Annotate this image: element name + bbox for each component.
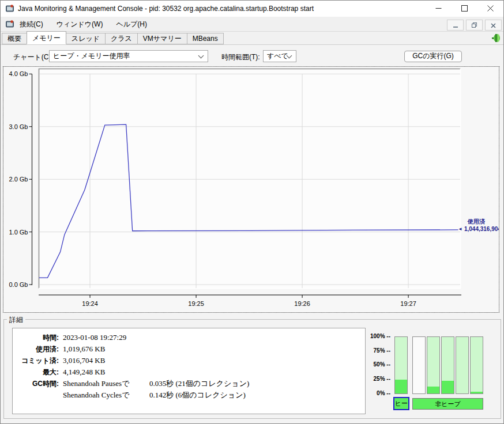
heap-button[interactable]: ヒープ [393,397,409,410]
title-bar: Java Monitoring & Management Console - p… [1,1,503,17]
time-range-value: すべて [267,51,288,61]
pool-axis-75: 75% -- [364,347,390,354]
pool-axis-100: 100% -- [364,333,390,339]
detail-row-committed: コミット済: 3,016,704 KB [13,355,365,366]
close-button[interactable] [477,1,503,17]
minimize-icon [435,3,442,14]
pool-fill [395,380,407,393]
java-frame-icon [5,20,14,29]
tab-threads[interactable]: スレッド [66,33,106,44]
chart-select[interactable]: ヒープ・メモリー使用率 [49,50,208,62]
frame-close-icon [491,20,496,31]
svg-text:19:26: 19:26 [294,300,310,307]
tab-memory[interactable]: メモリー [27,31,66,44]
details-legend: 詳細 [7,315,25,325]
svg-text:2.0 Gb: 2.0 Gb [9,176,28,183]
time-range-select[interactable]: すべて [263,50,296,62]
series-annotation-label: 使用済 [458,218,499,225]
window-controls [426,1,503,17]
nonheap-button[interactable]: 非ヒープ [412,398,483,410]
svg-text:19:25: 19:25 [188,300,204,307]
perform-gc-button[interactable]: GCの実行(G) [404,51,462,62]
detail-row-time: 時間: 2023-01-08 19:27:29 [13,332,365,343]
menu-help[interactable]: ヘルプ(H) [114,18,149,31]
time-range-label: 時間範囲(T): [221,52,260,62]
nonheap-pool-bar [427,336,440,394]
details-panel: 時間: 2023-01-08 19:27:29 使用済: 1,019,676 K… [12,328,366,414]
tab-classes[interactable]: クラス [105,33,138,44]
menu-items: 接続(C) ウィンドウ(W) ヘルプ(H) [18,17,149,32]
nonheap-pool-bar [470,336,483,394]
pool-axis-25: 25% -- [364,376,390,382]
series-annotation-value: 1,044,316,904 [464,226,499,232]
maximize-button[interactable] [452,1,477,17]
svg-text:19:27: 19:27 [400,300,416,307]
jconsole-window: Java Monitoring & Management Console - p… [0,0,504,424]
frame-restore-icon [471,20,477,31]
internal-frame-controls [447,20,502,31]
pool-fill [442,381,454,393]
tab-vm-summary[interactable]: VMサマリー [137,33,187,44]
window-title: Java Monitoring & Management Console - p… [18,5,314,13]
detail-row-gc-cycles: Shenandoah Cyclesで 0.142秒 (6個のコレクション) [13,389,365,401]
svg-text:1.0 Gb: 1.0 Gb [9,229,28,236]
memory-usage-line-chart: 0.0 Gb1.0 Gb2.0 Gb3.0 Gb4.0 Gb19:2419:25… [3,67,499,312]
detail-row-max: 最大: 4,149,248 KB [13,366,365,378]
tab-bar: 概要 メモリー スレッド クラス VMサマリー MBeans [1,32,503,45]
pool-fill [427,387,439,393]
frame-minimize-icon [453,20,458,31]
svg-text:3.0 Gb: 3.0 Gb [9,123,28,130]
svg-text:19:24: 19:24 [82,300,98,307]
chevron-down-icon [198,53,204,59]
svg-text:0.0 Gb: 0.0 Gb [9,281,28,288]
minimize-button[interactable] [426,1,452,17]
chart-select-label: チャート(C): [13,52,53,62]
frame-restore-button[interactable] [466,20,483,31]
series-annotation: 使用済 ◄1,044,316,904 [458,218,499,233]
frame-minimize-button[interactable] [447,20,464,31]
maximize-icon [461,3,468,14]
menu-window[interactable]: ウィンドウ(W) [55,18,105,31]
connection-plug-icon [491,33,501,43]
menu-connection[interactable]: 接続(C) [18,18,45,31]
detail-row-gc-pauses: GC時間: Shenandoah Pausesで 0.035秒 (21個のコレク… [13,378,365,389]
tab-overview[interactable]: 概要 [2,33,27,44]
nonheap-pool-bar [456,336,469,394]
heap-pool-bar [394,336,408,394]
frame-close-button[interactable] [485,20,502,31]
svg-text:4.0 Gb: 4.0 Gb [9,70,28,77]
left-pointer-icon: ◄ [458,226,462,232]
nonheap-pool-bar [412,336,426,394]
close-icon [487,3,494,14]
chart-select-value: ヒープ・メモリー使用率 [53,51,130,61]
pool-fill [471,392,483,393]
pool-axis-0: 0% -- [364,390,390,396]
tab-mbeans[interactable]: MBeans [187,33,224,44]
java-console-icon [5,4,14,13]
pool-axis-50: 50% -- [364,361,390,368]
memory-chart-panel: 0.0 Gb1.0 Gb2.0 Gb3.0 Gb4.0 Gb19:2419:25… [3,66,499,313]
nonheap-pool-bar [441,336,454,394]
detail-row-used: 使用済: 1,019,676 KB [13,343,365,355]
